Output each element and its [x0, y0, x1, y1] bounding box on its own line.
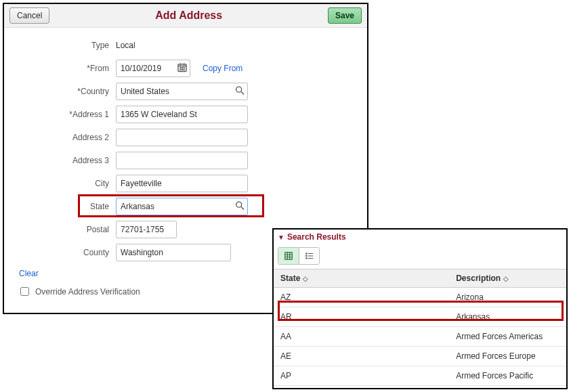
- view-toggle: [278, 247, 320, 265]
- state-desc-cell: Armed Forces Europe: [449, 347, 566, 366]
- svg-rect-14: [285, 253, 293, 260]
- from-label: *From: [11, 64, 116, 73]
- address1-label: *Address 1: [11, 110, 116, 119]
- city-label: City: [11, 179, 116, 188]
- city-input[interactable]: [116, 175, 248, 192]
- page-title: Add Address: [49, 9, 328, 22]
- grid-icon: [284, 251, 293, 261]
- state-desc-cell: Armed Forces Americas: [449, 327, 566, 347]
- clear-link[interactable]: Clear: [19, 269, 39, 278]
- postal-label: Postal: [11, 225, 116, 234]
- state-input[interactable]: [116, 198, 248, 215]
- table-row[interactable]: AA Armed Forces Americas: [274, 327, 566, 347]
- state-code-cell: AZ: [274, 288, 449, 307]
- sort-icon: ◇: [503, 275, 509, 282]
- list-icon: [305, 251, 314, 261]
- svg-point-23: [305, 258, 306, 259]
- county-input[interactable]: [116, 244, 231, 261]
- state-desc-cell: Armed Forces Pacific: [449, 366, 566, 386]
- address3-input[interactable]: [116, 152, 248, 169]
- country-input[interactable]: [116, 83, 248, 100]
- type-label: Type: [11, 41, 116, 50]
- address2-label: Address 2: [11, 133, 116, 142]
- state-code-cell: AP: [274, 366, 449, 386]
- collapse-toggle-icon: ▼: [278, 234, 284, 241]
- search-results-title: Search Results: [287, 232, 346, 242]
- state-label: State: [11, 202, 116, 211]
- address1-input[interactable]: [116, 106, 248, 123]
- table-row[interactable]: AE Armed Forces Europe: [274, 347, 566, 366]
- results-table: State◇ Description◇ AZ Arizona AR Arkans…: [274, 269, 566, 386]
- state-column-header[interactable]: State◇: [274, 269, 449, 288]
- from-date-input[interactable]: [116, 60, 190, 77]
- address2-input[interactable]: [116, 129, 248, 146]
- county-label: County: [11, 248, 116, 257]
- address3-label: Address 3: [11, 156, 116, 165]
- copy-from-link[interactable]: Copy From: [203, 64, 242, 73]
- state-code-cell: AA: [274, 327, 449, 347]
- postal-input[interactable]: [116, 221, 177, 238]
- state-code-cell: AR: [274, 307, 449, 327]
- sort-icon: ◇: [303, 275, 308, 282]
- table-row[interactable]: AR Arkansas: [274, 307, 566, 327]
- table-row[interactable]: AZ Arizona: [274, 288, 566, 307]
- cancel-button[interactable]: Cancel: [9, 7, 49, 24]
- type-value: Local: [116, 41, 135, 50]
- svg-point-19: [305, 253, 306, 254]
- override-address-checkbox[interactable]: [20, 287, 29, 296]
- list-view-button[interactable]: [299, 248, 319, 264]
- description-column-header[interactable]: Description◇: [449, 269, 566, 288]
- country-label: *Country: [11, 87, 116, 96]
- svg-point-21: [305, 255, 306, 256]
- override-address-label: Override Address Verification: [35, 287, 140, 297]
- table-row[interactable]: AP Armed Forces Pacific: [274, 366, 566, 386]
- state-desc-cell: Arkansas: [449, 307, 566, 327]
- search-results-header[interactable]: ▼ Search Results: [274, 230, 566, 244]
- grid-view-button[interactable]: [278, 248, 299, 264]
- state-desc-cell: Arizona: [449, 288, 566, 307]
- state-code-cell: AE: [274, 347, 449, 366]
- search-results-panel: ▼ Search Results State◇: [272, 228, 568, 389]
- save-button[interactable]: Save: [328, 7, 362, 24]
- header-bar: Cancel Add Address Save: [4, 4, 367, 28]
